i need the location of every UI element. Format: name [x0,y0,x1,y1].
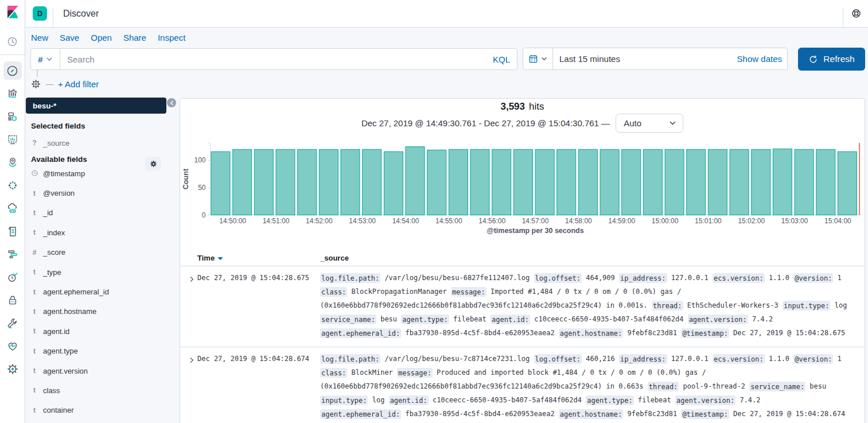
sidebar-item-canvas[interactable] [3,130,22,149]
field-item-_score[interactable]: #_score [26,243,166,262]
chevron-down-icon [541,56,547,62]
sidebar-item-uptime[interactable] [3,268,22,286]
sidebar-item-metrics[interactable] [3,199,22,218]
sidebar-item-machine-learning[interactable] [3,176,22,195]
chevron-right-icon [189,357,195,363]
filter-options-button[interactable] [30,79,41,90]
cell-source: log.file.path: /var/log/besu/besu-7c8714… [320,352,857,421]
source-field-value: 7.4.2 [739,396,760,404]
menu-item-open[interactable]: Open [91,33,112,42]
table-body: Dec 27, 2019 @ 15:04:28.675log.file.path… [180,266,865,423]
column-header-time[interactable]: Time [197,254,223,262]
space-avatar[interactable]: D [33,6,47,21]
table-header-row: Time _source [180,249,865,266]
table-row: Dec 27, 2019 @ 15:04:28.674log.file.path… [180,347,865,423]
canvas-icon [7,134,18,145]
svg-text:15:03:00: 15:03:00 [781,217,808,225]
help-button[interactable] [851,9,861,18]
field-item-container[interactable]: tcontainer [26,401,166,420]
collapse-sidebar-button[interactable] [167,98,176,107]
field-item-_id[interactable]: t_id [26,203,166,223]
kql-toggle-button[interactable]: KQL [491,55,517,64]
sidebar-item-dashboard[interactable] [3,107,22,126]
field-item-agent.version[interactable]: tagent.version [26,361,166,381]
menu-item-inspect[interactable]: Inspect [158,33,185,42]
sidebar-item-monitoring[interactable] [3,337,22,355]
field-type-icon: t [30,308,39,316]
column-header-source[interactable]: _source [320,254,349,262]
source-field-key: class: [320,368,347,378]
field-item-agent.id[interactable]: tagent.id [26,321,166,341]
machine-learning-icon [7,180,18,191]
sidebar-item-siem[interactable] [3,291,22,309]
menu-item-save[interactable]: Save [60,33,79,42]
documents-table: Time _source Dec 27, 2019 @ 15:04:28.675… [180,249,865,423]
histogram-chart[interactable]: 05010014:50:0014:51:0014:52:0014:53:0014… [180,138,865,237]
field-type-icon: t [30,189,39,197]
svg-text:100: 100 [194,156,205,164]
show-dates-button[interactable]: Show dates [737,54,787,64]
menu-item-share[interactable]: Share [123,33,146,42]
field-type-icon: t [30,347,39,355]
field-settings-button[interactable] [145,157,161,170]
source-field-value: 460,216 [586,355,615,363]
expand-row-button[interactable] [180,271,197,285]
source-field-key: ip_address: [619,354,667,364]
time-range-row: Dec 27, 2019 @ 14:49:30.761 - Dec 27, 20… [180,111,865,135]
uptime-icon [7,271,18,283]
sidebar-item-maps[interactable] [3,153,22,172]
field-item-agent.hostname[interactable]: tagent.hostname [26,302,166,321]
field-item-@version[interactable]: t@version [26,183,166,203]
sidebar-item-apm[interactable] [3,245,22,263]
index-pattern-switcher[interactable]: besu-* [26,98,166,114]
field-item-_index[interactable]: t_index [26,223,166,242]
field-name: _score [43,248,65,257]
source-field-value: EthScheduler-Workers-3 [687,301,779,309]
sidebar-item-discover[interactable] [3,61,22,80]
source-field-value: fba37930-895d-4c5f-8bd4-e620953eaea2 [406,329,555,337]
selected-fields-heading: Selected fields [31,122,166,130]
source-field-value: filebeat [453,315,486,323]
sidebar-item-devtools[interactable] [3,314,22,332]
recent-items-button[interactable] [3,32,22,51]
field-item-agent.ephemeral_id[interactable]: tagent.ephemeral_id [26,282,166,301]
field-item-agent.type[interactable]: tagent.type [26,341,166,361]
kibana-logo[interactable] [6,6,20,20]
field-item-class[interactable]: tclass [26,381,166,400]
date-quick-menu-button[interactable] [523,48,553,69]
time-range-text: Dec 27, 2019 @ 14:49:30.761 - Dec 27, 20… [361,118,610,128]
source-field-value: 9febf8c23d81 [627,329,677,337]
field-name: class [43,386,60,395]
field-item-_type[interactable]: t_type [26,262,166,282]
expand-row-button[interactable] [180,352,197,366]
svg-text:50: 50 [198,184,206,192]
source-field-value: Dec 27, 2019 @ 15:04:28.675 [733,329,845,337]
field-name: @timestamp [43,169,85,178]
field-type-icon: ? [30,139,39,147]
refresh-button[interactable]: Refresh [798,48,865,71]
sidebar-item-visualize[interactable] [3,84,22,103]
source-field-key: @version: [793,273,833,283]
help-lifering-icon [851,9,861,18]
field-name: agent.type [43,347,78,355]
field-item-_source[interactable]: ?_source [26,135,166,150]
filter-bar: — + Add filter [30,78,99,90]
saved-query-menu-button[interactable]: # [31,49,60,69]
add-filter-button[interactable]: + Add filter [58,79,99,89]
available-fields-list: @timestampt@versiont_idt_index#_scoret_t… [26,164,166,420]
interval-select[interactable]: Auto [616,114,683,133]
svg-text:14:54:00: 14:54:00 [392,217,419,225]
field-type-icon: t [30,386,39,394]
refresh-icon [808,55,818,64]
svg-text:14:59:00: 14:59:00 [608,217,635,225]
sidebar-item-management[interactable] [3,360,22,378]
sidebar-item-logs[interactable] [3,222,22,240]
source-field-key: ip_address: [619,273,667,283]
filter-connector [37,70,38,77]
chevron-down-icon [669,119,676,127]
search-input[interactable] [60,55,491,64]
menu-item-new[interactable]: New [31,33,48,42]
date-range-value[interactable]: Last 15 minutes [553,54,737,64]
field-type-icon: t [30,406,39,414]
source-field-value: filebeat [638,396,671,404]
